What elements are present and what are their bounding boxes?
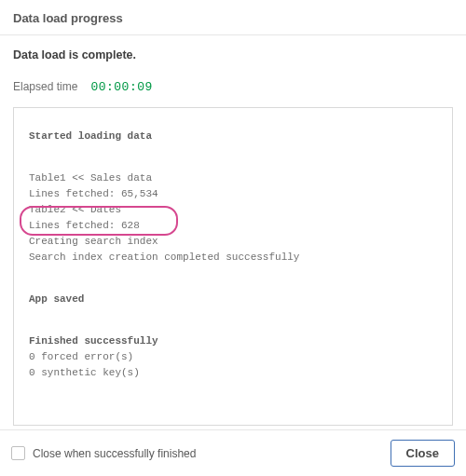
dialog-footer: Close when successfully finished Close [0,429,466,476]
elapsed-time-value: 00:00:09 [90,80,152,94]
log-line: Lines fetched: 628 [29,218,437,234]
elapsed-time-row: Elapsed time 00:00:09 [0,67,466,107]
log-line: 0 synthetic key(s) [29,365,437,381]
log-heading-started: Started loading data [29,130,152,142]
log-heading-app-saved: App saved [29,293,84,305]
log-heading-finished: Finished successfully [29,335,158,347]
checkbox-label: Close when successfully finished [33,447,196,460]
log-output: Started loading data Table1 << Sales dat… [13,107,453,426]
close-button[interactable]: Close [391,440,455,467]
log-line: Search index creation completed successf… [29,250,437,265]
data-load-progress-dialog: Data load progress Data load is complete… [0,0,466,476]
elapsed-time-label: Elapsed time [13,80,77,93]
log-line: 0 forced error(s) [29,349,437,365]
log-line: Table1 << Sales data [29,170,437,186]
log-line: Creating search index [29,234,437,250]
status-text: Data load is complete. [0,35,466,67]
checkbox-icon [11,446,25,460]
dialog-title: Data load progress [0,0,466,35]
log-line: Table2 << Dates [29,202,437,218]
close-when-finished-checkbox[interactable]: Close when successfully finished [11,446,196,460]
log-line: Lines fetched: 65,534 [29,186,437,202]
